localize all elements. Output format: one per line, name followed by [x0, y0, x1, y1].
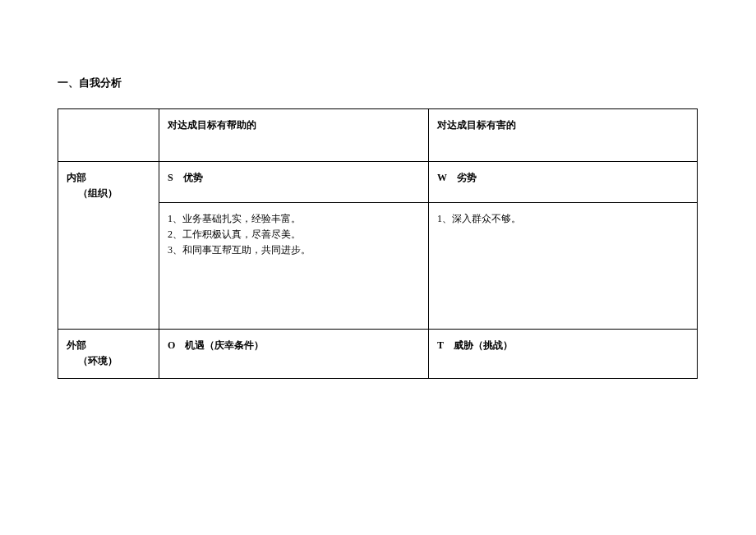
weakness-label-cell: W 劣势: [429, 162, 698, 203]
header-helpful-cell: 对达成目标有帮助的: [159, 109, 429, 162]
header-empty-cell: [58, 109, 159, 162]
threat-label: T 威胁（挑战）: [437, 339, 513, 351]
list-item: 3、和同事互帮互助，共同进步。: [168, 242, 420, 258]
document-page: 一、自我分析 对达成目标有帮助的 对达成目标有害的 内部 （组织） S 优势 W…: [0, 0, 756, 379]
internal-label-row: 内部 （组织） S 优势 W 劣势: [58, 162, 698, 203]
opportunity-label-cell: O 机遇（庆幸条件）: [159, 330, 429, 379]
threat-label-cell: T 威胁（挑战）: [429, 330, 698, 379]
weakness-label: W 劣势: [437, 172, 477, 183]
table-header-row: 对达成目标有帮助的 对达成目标有害的: [58, 109, 698, 162]
strength-label-cell: S 优势: [159, 162, 429, 203]
swot-table: 对达成目标有帮助的 对达成目标有害的 内部 （组织） S 优势 W 劣势 1、业…: [58, 108, 698, 379]
external-label-row: 外部 （环境） O 机遇（庆幸条件） T 威胁（挑战）: [58, 330, 698, 379]
list-item: 1、业务基础扎实，经验丰富。: [168, 211, 420, 227]
list-item: 1、深入群众不够。: [437, 211, 689, 227]
internal-label: 内部: [67, 170, 150, 186]
internal-sublabel: （组织）: [67, 186, 150, 201]
header-harmful-cell: 对达成目标有害的: [429, 109, 698, 162]
weakness-content-cell: 1、深入群众不够。: [429, 203, 698, 330]
internal-side-cell: 内部 （组织）: [58, 162, 159, 330]
strength-label: S 优势: [168, 172, 203, 183]
opportunity-label: O 机遇（庆幸条件）: [168, 339, 264, 351]
external-label: 外部: [67, 338, 150, 353]
section-title: 一、自我分析: [58, 76, 698, 90]
list-item: 2、工作积极认真，尽善尽美。: [168, 227, 420, 242]
strength-content-cell: 1、业务基础扎实，经验丰富。 2、工作积极认真，尽善尽美。 3、和同事互帮互助，…: [159, 203, 429, 330]
external-side-cell: 外部 （环境）: [58, 330, 159, 379]
external-sublabel: （环境）: [67, 353, 150, 369]
